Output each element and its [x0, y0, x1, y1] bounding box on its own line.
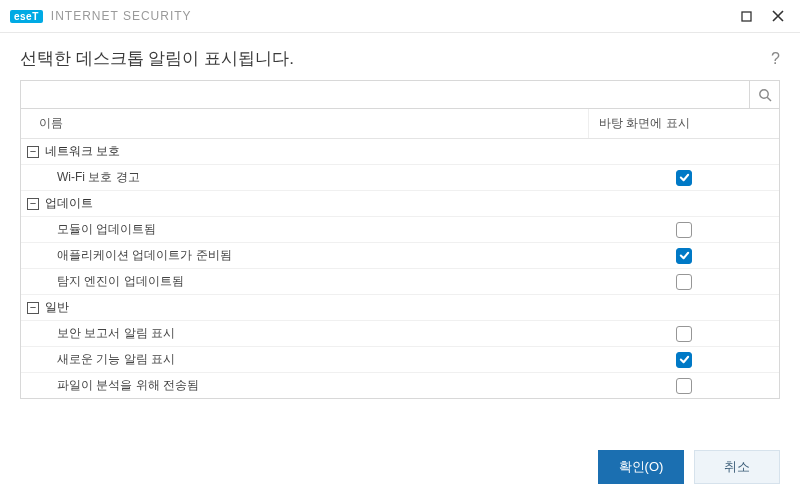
show-on-desktop-checkbox[interactable] — [676, 352, 692, 368]
help-button[interactable]: ? — [771, 50, 780, 68]
grid-header: 이름 바탕 화면에 표시 — [21, 109, 779, 139]
item-label: 탐지 엔진이 업데이트됨 — [21, 269, 589, 294]
collapse-icon[interactable]: − — [27, 146, 39, 158]
show-on-desktop-checkbox[interactable] — [676, 222, 692, 238]
item-row: 파일이 분석을 위해 전송됨 — [21, 373, 779, 398]
item-check-cell — [589, 376, 779, 396]
close-icon — [772, 10, 784, 22]
show-on-desktop-checkbox[interactable] — [676, 326, 692, 342]
ok-button[interactable]: 확인(O) — [598, 450, 684, 484]
search-input[interactable] — [21, 81, 749, 108]
show-on-desktop-checkbox[interactable] — [676, 378, 692, 394]
item-row: 새로운 기능 알림 표시 — [21, 347, 779, 373]
item-check-cell — [589, 324, 779, 344]
group-label: 네트워크 보호 — [45, 143, 120, 160]
square-icon — [741, 11, 752, 22]
item-label: 새로운 기능 알림 표시 — [21, 347, 589, 372]
group-row[interactable]: −네트워크 보호 — [21, 139, 779, 165]
item-check-cell — [589, 168, 779, 188]
titlebar: eseT INTERNET SECURITY — [0, 0, 800, 33]
grid-body: −네트워크 보호Wi-Fi 보호 경고−업데이트모듈이 업데이트됨애플리케이션 … — [21, 139, 779, 398]
product-name: INTERNET SECURITY — [51, 9, 192, 23]
item-row: Wi-Fi 보호 경고 — [21, 165, 779, 191]
search-icon — [758, 88, 772, 102]
page-title: 선택한 데스크톱 알림이 표시됩니다. — [20, 47, 294, 70]
group-row[interactable]: −일반 — [21, 295, 779, 321]
item-check-cell — [589, 220, 779, 240]
search-row — [20, 80, 780, 108]
show-on-desktop-checkbox[interactable] — [676, 274, 692, 290]
footer: 확인(O) 취소 — [0, 436, 800, 500]
column-header-show[interactable]: 바탕 화면에 표시 — [589, 109, 779, 138]
item-label: Wi-Fi 보호 경고 — [21, 165, 589, 190]
item-label: 파일이 분석을 위해 전송됨 — [21, 373, 589, 398]
svg-point-1 — [759, 89, 767, 97]
item-check-cell — [589, 350, 779, 370]
item-label: 애플리케이션 업데이트가 준비됨 — [21, 243, 589, 268]
notification-grid: 이름 바탕 화면에 표시 −네트워크 보호Wi-Fi 보호 경고−업데이트모듈이… — [20, 108, 780, 399]
column-header-name[interactable]: 이름 — [21, 109, 589, 138]
svg-rect-0 — [742, 12, 751, 21]
collapse-icon[interactable]: − — [27, 198, 39, 210]
item-row: 보안 보고서 알림 표시 — [21, 321, 779, 347]
item-label: 보안 보고서 알림 표시 — [21, 321, 589, 346]
group-row[interactable]: −업데이트 — [21, 191, 779, 217]
item-label: 모듈이 업데이트됨 — [21, 217, 589, 242]
window-close-button[interactable] — [766, 6, 790, 26]
brand-logo: eseT — [10, 10, 43, 23]
item-check-cell — [589, 246, 779, 266]
window-maximize-button[interactable] — [734, 6, 758, 26]
collapse-icon[interactable]: − — [27, 302, 39, 314]
group-label: 업데이트 — [45, 195, 93, 212]
item-check-cell — [589, 272, 779, 292]
item-row: 탐지 엔진이 업데이트됨 — [21, 269, 779, 295]
item-row: 애플리케이션 업데이트가 준비됨 — [21, 243, 779, 269]
show-on-desktop-checkbox[interactable] — [676, 170, 692, 186]
group-label: 일반 — [45, 299, 69, 316]
item-row: 모듈이 업데이트됨 — [21, 217, 779, 243]
cancel-button[interactable]: 취소 — [694, 450, 780, 484]
search-button[interactable] — [749, 81, 779, 108]
header: 선택한 데스크톱 알림이 표시됩니다. ? — [0, 33, 800, 80]
content: 이름 바탕 화면에 표시 −네트워크 보호Wi-Fi 보호 경고−업데이트모듈이… — [0, 80, 800, 436]
show-on-desktop-checkbox[interactable] — [676, 248, 692, 264]
